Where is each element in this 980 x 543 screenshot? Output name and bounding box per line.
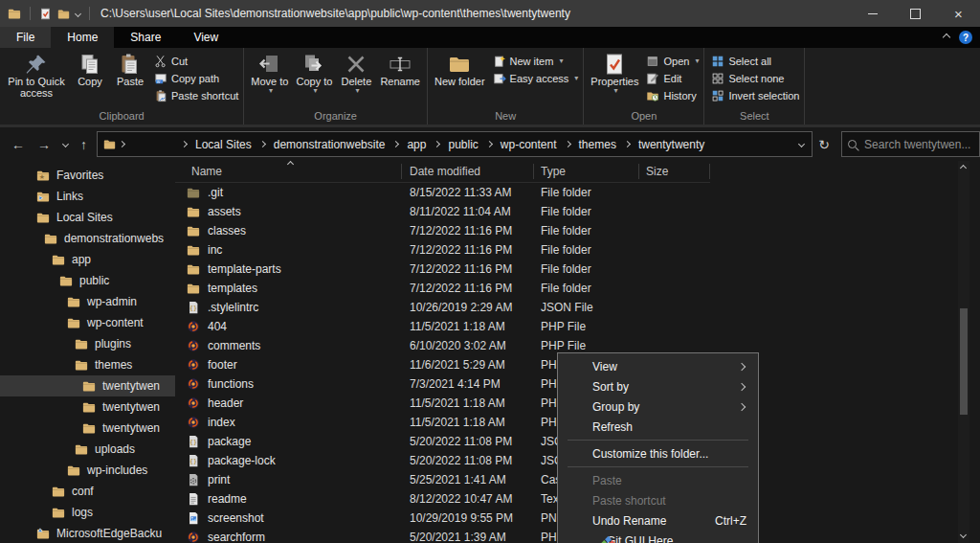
menu-item-group-by[interactable]: Group by <box>558 396 758 417</box>
column-header-size[interactable]: Size <box>639 164 710 179</box>
tree-item-twentytwen-10[interactable]: twentytwen <box>0 375 175 396</box>
file-row-404[interactable]: 40411/5/2021 1:18 AMPHP File <box>175 317 980 336</box>
tree-item-wp-admin-6[interactable]: wp-admin <box>0 291 175 312</box>
forward-button[interactable]: → <box>37 137 51 152</box>
ribbon-button-paste-shortcut[interactable]: Paste shortcut <box>154 88 238 102</box>
tree-item-microsoftedgebacku-17[interactable]: MicrosoftEdgeBacku <box>0 523 175 543</box>
tree-item-links-1[interactable]: Links <box>0 186 175 207</box>
tree-scrollbar[interactable] <box>958 161 969 543</box>
tree-item-app-4[interactable]: app <box>0 249 175 270</box>
breadcrumb-chevron-icon[interactable] <box>434 141 440 147</box>
breadcrumb-segment-public[interactable]: public <box>443 138 482 151</box>
ribbon-button-edit[interactable]: Edit <box>646 71 699 85</box>
tab-view[interactable]: View <box>177 27 234 48</box>
file-row-inc[interactable]: inc7/12/2022 11:16 PMFile folder <box>175 240 980 260</box>
breadcrumb-segment-twentytwenty[interactable]: twentytwenty <box>634 138 709 151</box>
tree-item-twentytwen-11[interactable]: twentytwen <box>0 396 175 418</box>
recent-locations-chevron-icon[interactable] <box>62 141 69 147</box>
minimize-button[interactable] <box>851 0 894 27</box>
tree-item-demonstrationwebs-3[interactable]: demonstrationwebs <box>0 228 175 249</box>
back-button[interactable]: ← <box>11 137 25 152</box>
tree-item-logs-16[interactable]: logs <box>0 502 175 523</box>
ribbon-button-delete[interactable]: Delete▾ <box>336 50 376 96</box>
tab-home[interactable]: Home <box>51 27 114 48</box>
folder-icon <box>75 358 88 372</box>
breadcrumb-chevron-icon[interactable] <box>181 141 188 147</box>
column-header-type[interactable]: Type <box>534 164 639 179</box>
file-row-stylelintrc[interactable]: {}.stylelintrc10/26/2019 2:29 AMJSON Fil… <box>175 298 980 317</box>
file-type: File folder <box>534 224 639 238</box>
menu-item-sort-by[interactable]: Sort by <box>558 376 758 396</box>
ribbon-button-invert-selection[interactable]: Invert selection <box>711 88 799 102</box>
menu-item-view[interactable]: View <box>558 356 758 376</box>
collapse-ribbon-icon[interactable] <box>943 34 950 41</box>
tree-item-public-5[interactable]: public <box>0 270 175 291</box>
ribbon-button-select-all[interactable]: Select all <box>711 54 799 68</box>
scroll-up-icon[interactable] <box>960 165 967 171</box>
menu-item-refresh[interactable]: Refresh <box>558 417 758 437</box>
breadcrumb-chevron-icon[interactable] <box>119 141 125 147</box>
tab-share[interactable]: Share <box>114 27 177 48</box>
file-row-git[interactable]: .git8/15/2022 11:33 AMFile folder <box>175 183 980 202</box>
ribbon-button-copy[interactable]: Copy <box>70 50 110 87</box>
breadcrumb-chevron-icon[interactable] <box>486 141 493 147</box>
tree-scrollbar-thumb[interactable] <box>960 308 968 415</box>
ribbon-button-new-item[interactable]: New item▾ <box>493 54 579 68</box>
search-input[interactable] <box>862 137 973 152</box>
search-box[interactable] <box>841 131 980 157</box>
scroll-down-icon[interactable] <box>960 532 967 538</box>
file-row-templates[interactable]: templates7/12/2022 11:16 PMFile folder <box>175 279 980 298</box>
tree-item-wp-includes-14[interactable]: wp-includes <box>0 460 175 481</box>
menu-item-undo-rename[interactable]: Undo RenameCtrl+Z <box>558 510 758 531</box>
properties-quick-icon[interactable] <box>39 8 52 20</box>
tree-item-uploads-13[interactable]: uploads <box>0 439 175 460</box>
breadcrumb-segment-wp-content[interactable]: wp-content <box>496 138 562 151</box>
breadcrumb-segment-themes[interactable]: themes <box>574 138 621 151</box>
breadcrumb-chevron-icon[interactable] <box>392 141 399 147</box>
file-row-template-parts[interactable]: template-parts7/12/2022 11:16 PMFile fol… <box>175 260 980 279</box>
ribbon-button-paste[interactable]: Paste <box>110 50 150 87</box>
breadcrumb-chevron-icon[interactable] <box>259 141 266 147</box>
menu-item-git-gui-here[interactable]: Git GUI Here <box>558 531 758 543</box>
file-row-classes[interactable]: classes7/12/2022 11:16 PMFile folder <box>175 221 980 240</box>
json-icon: {} <box>187 435 200 448</box>
ribbon-button-select-none[interactable]: Select none <box>711 71 799 85</box>
tree-item-conf-15[interactable]: conf <box>0 481 175 502</box>
tree-item-twentytwen-12[interactable]: twentytwen <box>0 418 175 439</box>
breadcrumb-segment-app[interactable]: app <box>402 138 431 151</box>
tree-item-local-sites-2[interactable]: Local Sites <box>0 207 175 228</box>
breadcrumb-chevron-icon[interactable] <box>564 141 570 147</box>
ribbon-button-cut[interactable]: Cut <box>154 54 238 68</box>
menu-item-customize-this-folder[interactable]: Customize this folder... <box>558 443 758 464</box>
ribbon-button-easy-access[interactable]: Easy access▾ <box>493 71 579 85</box>
column-header-date-modified[interactable]: Date modified <box>402 164 534 179</box>
ribbon-button-new-folder[interactable]: New folder <box>431 50 489 87</box>
tree-item-wp-content-7[interactable]: wp-content <box>0 312 175 333</box>
help-icon[interactable]: ? <box>959 31 972 44</box>
ribbon-button-properties[interactable]: Properties▾ <box>587 50 642 96</box>
file-row-assets[interactable]: assets8/11/2022 11:04 AMFile folder <box>175 202 980 221</box>
customize-toolbar-chevron-icon[interactable] <box>75 10 81 16</box>
menu-item-label: Customize this folder... <box>592 447 708 461</box>
tree-item-favorites-0[interactable]: ★Favorites <box>0 165 175 186</box>
breadcrumb-segment-local-sites[interactable]: Local Sites <box>190 138 256 151</box>
address-dropdown-chevron-icon[interactable] <box>798 141 805 147</box>
breadcrumb-segment-demonstrationwebsite[interactable]: demonstrationwebsite <box>269 138 390 151</box>
ribbon-button-rename[interactable]: Rename <box>376 50 424 87</box>
breadcrumb-chevron-icon[interactable] <box>624 141 631 147</box>
up-button[interactable]: ↑ <box>80 137 87 152</box>
ribbon-button-history[interactable]: History <box>646 88 699 102</box>
ribbon-button-open[interactable]: Open▾ <box>646 54 699 68</box>
address-bar[interactable]: Local Sitesdemonstrationwebsiteapppublic… <box>97 131 813 157</box>
ribbon-button-move-to[interactable]: Move to▾ <box>247 50 292 96</box>
new-folder-quick-icon[interactable] <box>57 8 70 20</box>
tab-file[interactable]: File <box>0 27 51 48</box>
ribbon-button-pin-to-quick-access[interactable]: Pin to Quick access <box>3 50 70 100</box>
refresh-button[interactable]: ↻ <box>813 137 835 152</box>
tree-item-themes-9[interactable]: themes <box>0 354 175 375</box>
tree-item-plugins-8[interactable]: plugins <box>0 333 175 354</box>
close-button[interactable]: × <box>937 0 980 27</box>
ribbon-button-copy-path[interactable]: WCopy path <box>154 71 238 85</box>
ribbon-button-copy-to[interactable]: Copy to▾ <box>292 50 336 96</box>
maximize-button[interactable] <box>894 0 937 27</box>
